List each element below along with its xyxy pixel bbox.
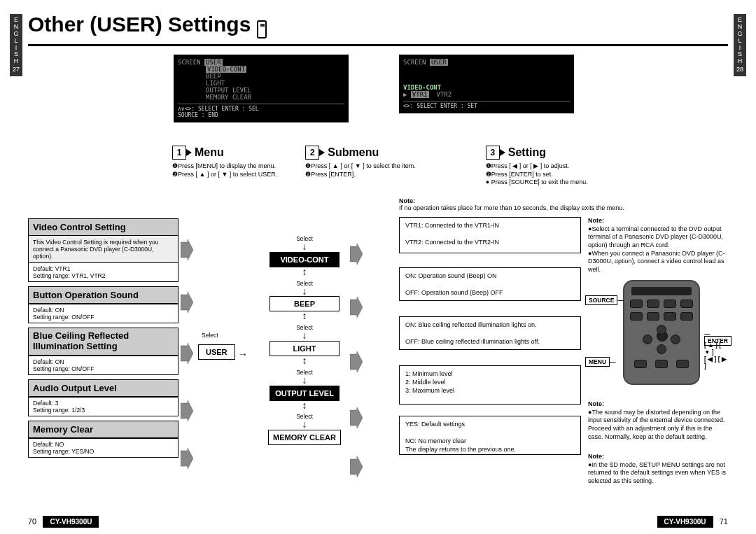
osd-caption-left: ∧∨<>: SELECT ENTER : SEL SOURCE : END [178, 104, 344, 118]
setting-light: Blue Ceiling Reﬂected Illumination Setti… [28, 328, 178, 375]
down-arrow-icon: ↓ [262, 377, 346, 384]
setting-video: Video Control Setting This Video Control… [28, 218, 178, 282]
osd-item-memory: MEMORY CLEAR [206, 94, 344, 101]
svg-marker-1 [181, 292, 193, 313]
note3-text: ●In the SD mode, SETUP MENU settings are… [588, 461, 726, 484]
step-title-setting: Setting [508, 146, 546, 159]
note1-title: Note: [588, 217, 604, 224]
arrow-icon [319, 149, 325, 156]
down-arrow-icon: ↓ [262, 421, 346, 428]
content-area: SCREEN USER VIDEO-CONT BEEP LIGHT OUTPUT… [28, 50, 728, 513]
detail-memory: YES: Default settings NO: No memory clea… [399, 416, 581, 455]
note-label: Note: [399, 197, 415, 204]
lang-right: E N G L I S H [735, 17, 745, 65]
note1-text: ●Select a terminal connected to the DVD … [588, 225, 728, 274]
flow-column: Select ↓ VIDEO-CONT ↕ Select ↓ BEEP ↕ Se… [262, 231, 346, 445]
note3-title: Note: [588, 453, 604, 460]
detail-video: VTR1: Connected to the VTR1-IN VTR2: Con… [399, 217, 581, 253]
svg-marker-2 [181, 343, 193, 364]
updown-arrow-icon: ↕ [262, 313, 346, 320]
step-num-1: 1 [172, 146, 186, 160]
setting-memory: Memory Clear Default: NO Setting range: … [28, 421, 178, 458]
lang-left: E N G L I S H [11, 17, 21, 65]
osd-item-light: LIGHT [206, 80, 344, 87]
footer-right: CY-VH9300U 71 [657, 517, 728, 526]
svg-marker-9 [350, 456, 363, 477]
svg-marker-0 [181, 239, 193, 260]
model-badge-right: CY-VH9300U [657, 516, 713, 528]
step-body-submenu: ❶Press [ ▲ ] or [ ▼ ] to select the item… [305, 162, 415, 178]
note-text: If no operation takes place for more tha… [399, 204, 624, 211]
osd-item-video: VIDEO-CONT [206, 66, 246, 73]
side-num-right: 28 [735, 66, 745, 73]
note-row: Note: If no operation takes place for mo… [399, 197, 721, 211]
setting-output-title: Audio Output Level [29, 380, 178, 397]
note2-text: ●The sound may be distorted depending on… [588, 409, 725, 440]
flow-output: OUTPUT LEVEL [270, 386, 340, 401]
flow-light: LIGHT [270, 341, 340, 356]
setting-light-title: Blue Ceiling Reﬂected Illumination Setti… [29, 328, 178, 356]
lang-tab-right: E N G L I S H 28 [734, 14, 746, 76]
note2-block: Note: ●The sound may be distorted depend… [588, 400, 728, 441]
detail-output: 1: Minimum level 2: Middle level 3: Maxi… [399, 365, 581, 405]
step-num-3: 3 [486, 146, 500, 160]
side-num-left: 27 [11, 66, 21, 73]
page-num-right: 71 [720, 517, 728, 526]
osd-screen-menu: SCREEN USER VIDEO-CONT BEEP LIGHT OUTPUT… [174, 55, 349, 122]
osd-tab-user: USER [204, 59, 223, 66]
svg-marker-8 [350, 407, 363, 428]
step-title-menu: Menu [195, 146, 224, 159]
step-setting: 3Setting ❶Press [ ◀ ] or [ ▶ ] to adjust… [486, 146, 588, 187]
user-select-label: Select [202, 332, 218, 339]
remote-label-menu: MENU— [585, 358, 616, 365]
page-num-left: 70 [28, 517, 36, 526]
details-column: VTR1: Connected to the VTR1-IN VTR2: Con… [399, 217, 581, 459]
updown-arrow-icon: ↕ [262, 402, 346, 409]
down-arrow-icon: ↓ [262, 332, 346, 339]
updown-arrow-icon: ↕ [262, 269, 346, 276]
flow-arrow-icon [350, 456, 363, 534]
down-arrow-icon: ↓ [262, 244, 346, 251]
footer-left: 70 CY-VH9300U [28, 517, 99, 526]
setting-output-meta: Default: 3 Setting range: 1/2/3 [29, 397, 178, 416]
setting-output: Audio Output Level Default: 3 Setting ra… [28, 379, 178, 416]
model-badge-left: CY-VH9300U [43, 516, 99, 528]
setting-video-title: Video Control Setting [29, 219, 178, 236]
detail-light: ON: Blue ceiling reﬂected illumination l… [399, 316, 581, 350]
settings-column: Video Control Setting This Video Control… [28, 218, 178, 462]
setting-beep-title: Button Operation Sound [29, 287, 178, 304]
flow-memory: MEMORY CLEAR [268, 430, 341, 445]
osd2-vtr2: VTR2 [436, 91, 451, 98]
remote-control-icon [623, 280, 700, 385]
updown-arrow-icon: ↕ [262, 358, 346, 365]
osd-item-beep: BEEP [206, 73, 344, 80]
osd2-tab-user: USER [430, 59, 448, 66]
arrow-icon [186, 149, 192, 156]
osd2-tab-screen: SCREEN [403, 59, 426, 66]
svg-marker-3 [181, 400, 193, 421]
svg-marker-5 [350, 244, 363, 265]
step-num-2: 2 [305, 146, 319, 160]
osd-screen-setting: SCREEN USER VIDEO-CONT ▶ VTR1 VTR2 <>: S… [399, 55, 574, 113]
osd-item-output: OUTPUT LEVEL [206, 87, 344, 94]
osd2-label: VIDEO-CONT [403, 84, 570, 91]
setting-beep-meta: Default: ON Setting range: ON/OFF [29, 304, 178, 323]
osd-tab-screen: SCREEN [178, 59, 201, 66]
step-body-setting: ❶Press [ ◀ ] or [ ▶ ] to adjust. ❷Press … [486, 162, 588, 187]
note3-block: Note: ●In the SD mode, SETUP MENU settin… [588, 453, 728, 486]
setting-memory-title: Memory Clear [29, 421, 178, 438]
setting-memory-meta: Default: NO Setting range: YES/NO [29, 438, 178, 457]
step-title-submenu: Submenu [328, 146, 379, 159]
flow-video: VIDEO-CONT [270, 252, 340, 267]
right-extra: Note: ●Select a terminal connected to th… [588, 217, 728, 274]
step-row: 1Menu ❶Press [MENU] to display the menu.… [172, 146, 588, 187]
setting-video-desc: This Video Control Setting is required w… [29, 236, 178, 262]
flow-beep: BEEP [270, 296, 340, 311]
svg-marker-4 [181, 448, 193, 469]
lang-tab-left: E N G L I S H 27 [10, 14, 22, 76]
setting-video-meta: Default: VTR1 Setting range: VTR1, VTR2 [29, 262, 178, 281]
step-body-menu: ❶Press [MENU] to display the menu. ❷Pres… [172, 162, 277, 178]
arrow-icon [500, 149, 505, 156]
setting-light-meta: Default: ON Setting range: ON/OFF [29, 356, 178, 374]
osd-caption-right: <>: SELECT ENTER : SET [403, 101, 570, 109]
